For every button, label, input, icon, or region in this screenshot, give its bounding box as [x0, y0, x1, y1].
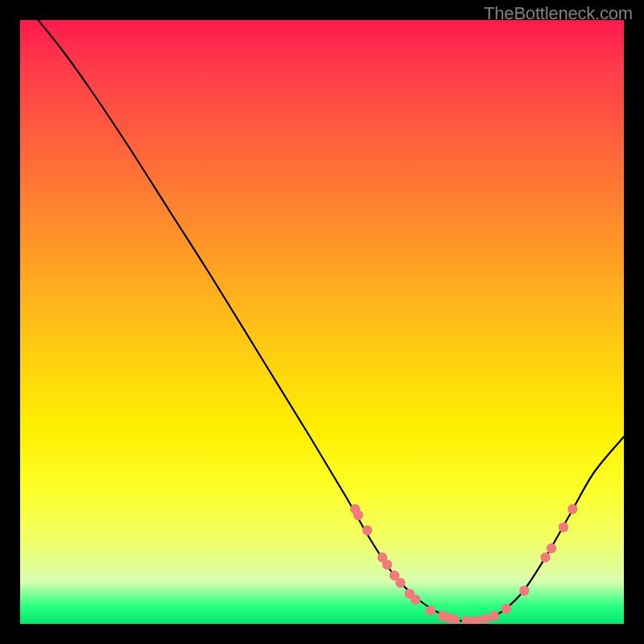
curve-marker	[489, 611, 499, 621]
curve-marker	[502, 604, 511, 613]
curve-marker	[382, 559, 392, 569]
curve-marker	[362, 526, 372, 535]
curve-marker	[519, 586, 529, 596]
curve-markers	[350, 504, 577, 624]
plot-area	[20, 20, 624, 624]
chart-container: TheBottleneck.com	[0, 0, 644, 644]
curve-marker	[353, 510, 363, 520]
curve-marker	[568, 504, 577, 514]
bottleneck-curve	[39, 20, 625, 621]
curve-svg	[20, 20, 624, 624]
curve-marker	[480, 614, 489, 624]
curve-marker	[540, 552, 550, 562]
curve-marker	[471, 616, 481, 624]
curve-marker	[559, 522, 568, 532]
curve-marker	[395, 578, 405, 588]
curve-marker	[426, 605, 436, 615]
curve-marker	[411, 595, 420, 605]
curve-marker	[462, 616, 472, 624]
curve-marker	[547, 543, 556, 553]
